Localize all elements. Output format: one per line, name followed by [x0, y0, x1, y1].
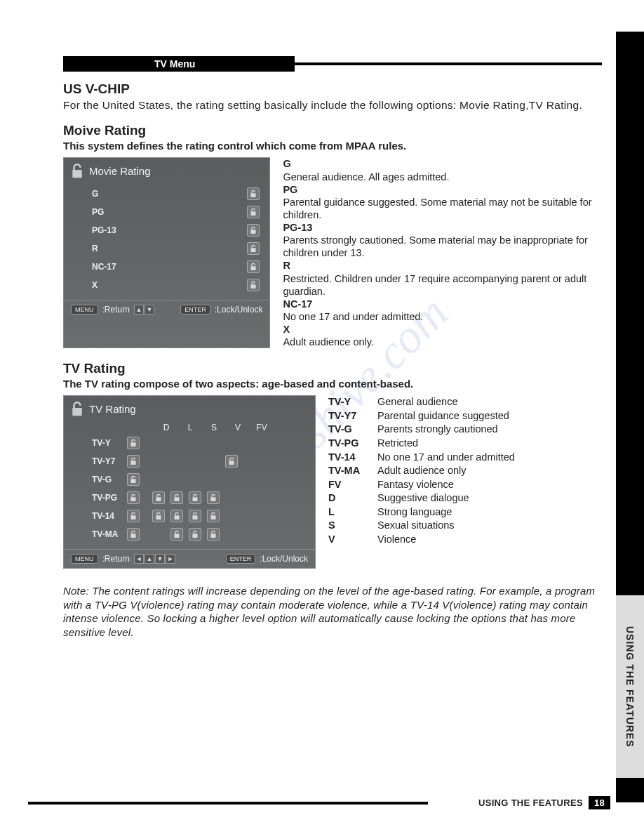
def-text: Restricted. Children under 17 require ac… [283, 273, 586, 297]
tv-definitions: TV-YGeneral audienceTV-Y7Parental guidan… [328, 395, 515, 569]
movie-panel-title: Movie Rating [89, 165, 151, 177]
tv-rating-row[interactable]: TV-Y7 [92, 452, 305, 470]
def-text: Strong language [377, 505, 452, 519]
enter-button-icon[interactable]: ENTER [226, 554, 256, 564]
def-text: Suggestive dialogue [377, 491, 469, 505]
def-text: Fantasy violence [377, 478, 454, 492]
svg-rect-4 [251, 249, 256, 253]
lock-icon[interactable] [189, 528, 201, 541]
svg-rect-1 [251, 194, 256, 198]
movie-rating-row[interactable]: PG-13 [92, 221, 260, 239]
svg-rect-2 [251, 212, 256, 216]
def-key: S [328, 519, 377, 533]
def-text: Sexual situations [377, 519, 455, 533]
lock-icon[interactable] [247, 260, 260, 273]
def-key: FV [328, 478, 377, 492]
rating-label: G [92, 189, 134, 199]
lock-icon[interactable] [225, 455, 238, 468]
svg-rect-10 [229, 461, 234, 465]
rating-label: PG-13 [92, 225, 134, 235]
def-text: No one 17 and under admitted [377, 451, 515, 465]
lock-icon[interactable] [170, 491, 183, 504]
def-text: General audience. All ages admitted. [283, 171, 449, 183]
movie-panel-footer: MENU :Return ▲▼ ENTER :Lock/Unlock [64, 300, 269, 319]
header-tab-label: TV Menu [154, 58, 195, 70]
movie-definitions: GGeneral audience. All ages admitted.PGP… [283, 157, 602, 348]
svg-rect-15 [192, 498, 197, 502]
page-number: 18 [589, 796, 610, 809]
rating-label: PG [92, 207, 134, 217]
def-text: Retricted [377, 437, 418, 451]
def-key: PG [283, 184, 297, 195]
lock-icon[interactable] [247, 187, 260, 200]
header-bar: TV Menu [63, 56, 602, 72]
lock-icon[interactable] [189, 510, 201, 522]
vchip-intro: For the United States, the rating settin… [63, 98, 602, 112]
lock-icon[interactable] [189, 491, 201, 504]
section-vchip-title: US V-CHIP [63, 81, 602, 97]
tv-rating-panel: TV Rating DLSVFV TV-YTV-Y7TV-GTV-PGTV-14… [63, 395, 316, 569]
lock-icon[interactable] [152, 510, 165, 522]
menu-button-icon[interactable]: MENU [71, 554, 98, 564]
lock-icon[interactable] [127, 528, 140, 541]
tv-panel-header: TV Rating [64, 396, 315, 420]
lock-icon[interactable] [127, 473, 140, 486]
menu-button-icon[interactable]: MENU [71, 305, 98, 315]
lock-icon[interactable] [127, 491, 140, 504]
movie-title: Moive Rating [63, 123, 602, 138]
rating-label: R [92, 244, 134, 253]
lock-icon[interactable] [152, 491, 165, 504]
tv-col-header: V [229, 423, 246, 432]
nav-arrows-icon[interactable]: ▲▼ [134, 305, 154, 315]
movie-panel-header: Movie Rating [64, 158, 269, 182]
tv-rating-row[interactable]: TV-G [92, 470, 305, 489]
movie-rating-row[interactable]: R [92, 239, 260, 258]
lock-icon[interactable] [247, 224, 260, 237]
lock-icon[interactable] [207, 510, 220, 522]
svg-rect-12 [130, 498, 135, 502]
tv-rating-row[interactable]: TV-MA [92, 525, 305, 543]
tv-rating-row[interactable]: TV-Y [92, 434, 305, 452]
return-label: :Return [102, 305, 130, 315]
rating-label: NC-17 [92, 262, 134, 272]
movie-rating-row[interactable]: NC-17 [92, 258, 260, 276]
def-key: TV-MA [328, 464, 377, 478]
svg-rect-7 [72, 408, 82, 416]
movie-rating-row[interactable]: G [92, 185, 260, 203]
enter-button-icon[interactable]: ENTER [180, 305, 210, 315]
header-rule [295, 62, 602, 65]
lock-icon[interactable] [127, 437, 140, 449]
movie-rating-row[interactable]: PG [92, 203, 260, 221]
movie-rating-row[interactable]: X [92, 276, 260, 294]
def-key: V [328, 533, 377, 547]
tv-rating-row[interactable]: TV-14 [92, 507, 305, 525]
lock-icon[interactable] [247, 279, 260, 291]
tv-rating-row[interactable]: TV-PG [92, 489, 305, 507]
lock-icon[interactable] [170, 510, 183, 522]
nav-arrows-icon[interactable]: ◄▲▼► [134, 554, 175, 564]
lock-icon[interactable] [127, 455, 140, 468]
svg-rect-0 [72, 170, 82, 178]
tv-rating-label: TV-Y7 [92, 456, 127, 466]
svg-rect-19 [174, 516, 179, 520]
tv-rating-label: TV-PG [92, 493, 127, 503]
svg-rect-23 [174, 534, 179, 538]
def-key: R [283, 260, 290, 271]
lock-icon[interactable] [207, 528, 220, 541]
page-footer: USING THE FEATURES 18 [0, 796, 644, 809]
movie-subtitle: This system defines the rating control w… [63, 140, 602, 152]
lock-icon[interactable] [247, 206, 260, 218]
lock-icon[interactable] [247, 242, 260, 255]
def-key: TV-PG [328, 437, 377, 451]
svg-rect-13 [156, 498, 161, 502]
tv-column-headers: DLSVFV [64, 420, 315, 432]
lock-icon[interactable] [207, 491, 220, 504]
tv-title: TV Rating [63, 361, 602, 376]
def-text: Parents strongly cautioned [377, 423, 498, 437]
note-text: Note: The content ratings will increase … [63, 584, 602, 639]
lock-icon[interactable] [170, 528, 183, 541]
svg-rect-22 [130, 534, 135, 538]
svg-rect-11 [130, 479, 135, 484]
lock-icon[interactable] [127, 510, 140, 522]
def-text: Adult audience only [377, 464, 467, 478]
